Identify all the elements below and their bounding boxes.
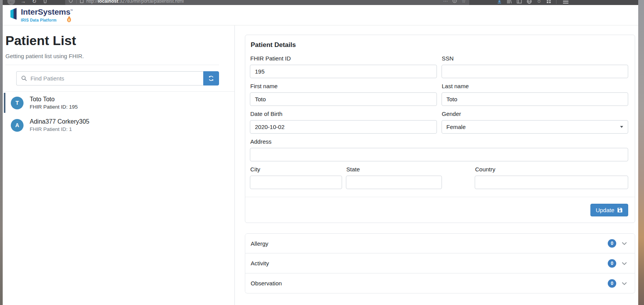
url-divider <box>76 0 77 3</box>
refresh-icon <box>208 75 214 81</box>
logo-bracket-icon <box>10 8 18 21</box>
field-first-name: First name <box>250 78 437 106</box>
accordion-item-allergy[interactable]: Allergy 0 <box>245 233 635 253</box>
avatar: A <box>11 119 24 132</box>
field-address: Address <box>250 138 628 161</box>
patient-list-item[interactable]: A Adina377 Corkery305 FHIR Patient ID: 1 <box>3 114 234 136</box>
url-text[interactable]: http://localhost:32783/mlr/portal/patien… <box>86 0 440 4</box>
field-gender: Gender Female <box>442 106 629 134</box>
search-input-wrap <box>16 71 203 85</box>
library-icon[interactable] <box>507 0 512 4</box>
flame-icon <box>67 16 71 22</box>
desktop-edge-right <box>638 0 644 305</box>
desktop-edge-left <box>0 0 3 305</box>
extensions-icon[interactable] <box>546 0 551 3</box>
count-badge: 0 <box>608 259 616 268</box>
chevron-down-icon <box>621 280 627 287</box>
reload-icon[interactable]: ↻ <box>32 0 37 4</box>
browser-chrome: ← → ↻ http://localhost:32783/mlr/portal/… <box>3 0 638 5</box>
patient-name: Adina377 Corkery305 <box>30 118 89 125</box>
field-country: Country <box>475 161 628 189</box>
forward-icon[interactable]: → <box>20 0 26 4</box>
smiley-icon[interactable]: ☺ <box>537 0 541 4</box>
field-dob: Date of Birth <box>250 106 437 134</box>
chevron-down-icon <box>621 240 627 246</box>
refresh-button[interactable] <box>203 71 219 85</box>
field-city: City <box>250 161 342 189</box>
city-label: City <box>250 166 342 173</box>
fhir-id-label: FHIR Patient ID <box>250 55 437 62</box>
update-button[interactable]: Update <box>590 204 628 216</box>
accordion-item-observation[interactable]: Observation 0 <box>245 273 635 293</box>
chevron-down-icon <box>620 126 623 128</box>
avatar: T <box>11 97 24 109</box>
pocket-icon[interactable] <box>452 0 457 4</box>
patient-details-card: Patient Details FHIR Patient ID SSN Firs… <box>245 35 635 223</box>
browser-window: ← → ↻ http://localhost:32783/mlr/portal/… <box>3 0 638 305</box>
save-icon <box>617 207 623 213</box>
chevron-down-icon <box>621 260 627 266</box>
app-navbar: InterSystems™ IRIS Data Platform <box>3 5 638 25</box>
page-subtitle: Getting patient list using FHIR. <box>5 53 234 59</box>
field-last-name: Last name <box>442 78 629 106</box>
back-icon[interactable]: ← <box>7 0 15 5</box>
state-input[interactable] <box>346 176 442 189</box>
patient-details-panel: Patient Details FHIR Patient ID SSN Firs… <box>235 25 638 305</box>
card-title: Patient Details <box>251 41 628 49</box>
address-input[interactable] <box>250 148 628 161</box>
field-ssn: SSN <box>442 50 629 78</box>
dob-input[interactable] <box>250 120 437 134</box>
patient-list-item[interactable]: T Toto Toto FHIR Patient ID: 195 <box>3 92 234 114</box>
gender-label: Gender <box>442 111 629 117</box>
patient-id: FHIR Patient ID: 1 <box>30 126 89 132</box>
patient-id: FHIR Patient ID: 195 <box>30 104 78 110</box>
field-state: State <box>346 161 442 189</box>
address-label: Address <box>250 138 628 145</box>
sidebar-icon[interactable] <box>517 0 522 3</box>
bookmark-star-icon[interactable]: ☆ <box>462 0 466 4</box>
menu-icon[interactable] <box>563 1 568 2</box>
globe-icon[interactable] <box>527 0 532 4</box>
patient-search-group <box>16 71 219 85</box>
shield-icon[interactable] <box>69 0 73 4</box>
gender-selected-value: Female <box>447 124 466 130</box>
accordion-label: Activity <box>251 260 269 266</box>
accordion-label: Allergy <box>251 240 268 247</box>
page-title: Patient List <box>5 33 234 48</box>
intersystems-logo: InterSystems™ IRIS Data Platform <box>10 8 73 22</box>
ssn-input[interactable] <box>442 65 629 78</box>
field-fhir-id: FHIR Patient ID <box>250 50 437 78</box>
search-icon <box>21 75 27 81</box>
more-options-icon[interactable]: ⋯ <box>443 0 448 4</box>
resource-accordion: Allergy 0 Activity 0 Observation 0 <box>245 233 635 293</box>
patient-list-panel: Patient List Getting patient list using … <box>3 25 235 305</box>
accordion-label: Observation <box>251 280 282 287</box>
count-badge: 0 <box>608 279 616 288</box>
patient-name: Toto Toto <box>30 96 78 103</box>
dob-label: Date of Birth <box>250 111 437 117</box>
city-input[interactable] <box>250 176 342 189</box>
url-bar[interactable]: http://localhost:32783/mlr/portal/patien… <box>65 0 469 5</box>
brand-name: InterSystems™ <box>21 8 73 16</box>
last-name-input[interactable] <box>442 92 629 106</box>
search-input[interactable] <box>30 75 203 82</box>
accordion-item-activity[interactable]: Activity 0 <box>245 253 635 273</box>
first-name-label: First name <box>250 83 437 89</box>
update-button-label: Update <box>596 207 614 213</box>
first-name-input[interactable] <box>250 92 437 106</box>
downloads-icon[interactable] <box>497 0 502 4</box>
ssn-label: SSN <box>442 55 629 62</box>
country-label: Country <box>475 166 628 173</box>
last-name-label: Last name <box>442 83 629 89</box>
toolbar-separator <box>556 0 556 4</box>
brand-tagline: IRIS Data Platform <box>21 18 57 22</box>
page-icon[interactable] <box>80 0 84 4</box>
state-label: State <box>346 166 442 173</box>
country-input[interactable] <box>475 176 628 189</box>
gender-select[interactable]: Female <box>442 120 629 134</box>
divider <box>5 65 219 65</box>
fhir-id-input[interactable] <box>250 65 437 78</box>
selected-indicator <box>4 93 5 113</box>
trash-icon[interactable] <box>43 0 47 4</box>
count-badge: 0 <box>608 239 616 248</box>
